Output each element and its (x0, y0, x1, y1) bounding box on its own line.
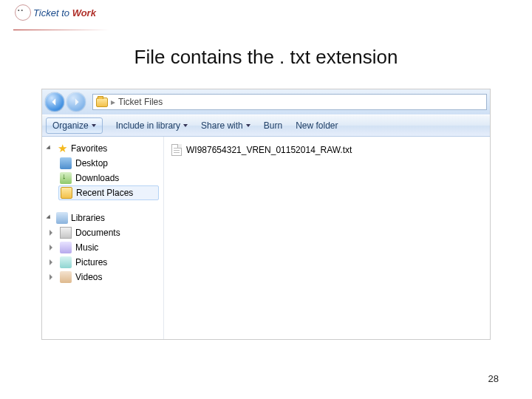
logo-text: Ticket to Work (33, 7, 96, 18)
explorer-window: ▸ Ticket Files Organize Include in libra… (41, 89, 491, 340)
star-icon: ★ (56, 143, 68, 154)
pictures-label: Pictures (75, 257, 107, 267)
desktop-icon (60, 157, 72, 169)
share-with-button[interactable]: Share with (201, 120, 250, 131)
music-label: Music (75, 242, 98, 253)
pictures-icon (60, 256, 72, 268)
recent-places-icon (61, 187, 72, 199)
documents-label: Documents (75, 228, 120, 238)
libraries-icon (56, 212, 68, 224)
breadcrumb-sep: ▸ (111, 97, 115, 107)
organize-button[interactable]: Organize (46, 117, 103, 134)
sidebar-item-recent-places[interactable]: Recent Places (58, 185, 159, 200)
downloads-label: Downloads (75, 173, 119, 183)
nav-bar: ▸ Ticket Files (42, 89, 490, 115)
explorer-body: ★ Favorites Desktop Downloads Recent Pla… (42, 137, 490, 339)
favorites-label: Favorites (71, 143, 107, 154)
burn-button[interactable]: Burn (264, 120, 282, 131)
logo-face-icon (15, 4, 31, 21)
newfolder-label: New folder (296, 120, 338, 131)
sidebar-item-pictures[interactable]: Pictures (58, 255, 163, 270)
libraries-header[interactable]: Libraries (42, 211, 163, 225)
sidebar-item-desktop[interactable]: Desktop (58, 156, 163, 171)
sidebar-item-downloads[interactable]: Downloads (58, 171, 163, 185)
toolbar: Organize Include in library Share with B… (42, 115, 490, 137)
file-list-pane[interactable]: WI987654321_VREN_01152014_RAW.txt (164, 137, 490, 339)
dropdown-icon (246, 124, 250, 127)
favorites-header[interactable]: ★ Favorites (42, 141, 163, 156)
music-icon (60, 242, 72, 253)
documents-icon (60, 227, 72, 239)
file-item[interactable]: WI987654321_VREN_01152014_RAW.txt (171, 143, 482, 157)
back-button[interactable] (45, 92, 64, 112)
burn-label: Burn (264, 120, 282, 131)
include-label: Include in library (116, 120, 180, 131)
organize-label: Organize (52, 120, 89, 131)
page-number: 28 (488, 373, 499, 384)
recent-label: Recent Places (76, 188, 133, 198)
arrow-right-icon (72, 98, 81, 106)
sidebar-item-documents[interactable]: Documents (58, 225, 163, 240)
share-label: Share with (201, 120, 243, 131)
slide-title: File contains the . txt extension (0, 46, 532, 69)
ticket-to-work-logo: Ticket to Work (15, 4, 96, 21)
text-file-icon (171, 144, 182, 156)
new-folder-button[interactable]: New folder (296, 120, 338, 131)
sidebar-item-videos[interactable]: Videos (58, 270, 163, 284)
expand-icon (47, 215, 53, 222)
expand-icon (47, 146, 53, 152)
folder-icon (96, 98, 108, 107)
forward-button[interactable] (66, 92, 86, 112)
breadcrumb-location[interactable]: Ticket Files (118, 97, 163, 107)
dropdown-icon (92, 124, 96, 127)
libraries-label: Libraries (71, 213, 105, 223)
address-bar[interactable]: ▸ Ticket Files (92, 94, 487, 110)
arrow-left-icon (50, 98, 59, 106)
videos-icon (60, 271, 72, 283)
file-name: WI987654321_VREN_01152014_RAW.txt (186, 145, 352, 155)
logo-underline (13, 30, 109, 30)
videos-label: Videos (75, 272, 102, 282)
sidebar-item-music[interactable]: Music (58, 240, 163, 255)
nav-pane: ★ Favorites Desktop Downloads Recent Pla… (42, 137, 164, 339)
downloads-icon (60, 172, 72, 184)
desktop-label: Desktop (75, 158, 108, 168)
dropdown-icon (183, 124, 188, 127)
include-library-button[interactable]: Include in library (116, 120, 188, 131)
